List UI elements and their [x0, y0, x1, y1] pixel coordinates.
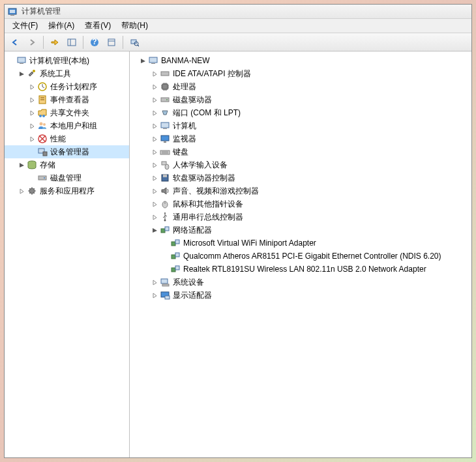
- nic-icon: [170, 238, 181, 248]
- up-button[interactable]: [47, 35, 63, 50]
- svg-rect-27: [38, 176, 46, 180]
- device-computers[interactable]: 计算机: [130, 119, 471, 132]
- tree-task-scheduler[interactable]: 任务计划程序: [5, 80, 129, 93]
- svg-point-50: [164, 212, 166, 214]
- device-label: 显示适配器: [173, 290, 212, 301]
- device-hid[interactable]: 人体学输入设备: [130, 158, 471, 171]
- device-usb[interactable]: 通用串行总线控制器: [130, 210, 471, 224]
- device-cpu[interactable]: 处理器: [130, 80, 471, 93]
- device-floppy[interactable]: 软盘驱动器控制器: [130, 171, 471, 184]
- device-ports[interactable]: 端口 (COM 和 LPT): [130, 106, 471, 119]
- svg-rect-36: [161, 123, 169, 128]
- device-network-adapter-item[interactable]: Qualcomm Atheros AR8151 PCI-E Gigabit Et…: [130, 250, 471, 263]
- device-sound[interactable]: 声音、视频和游戏控制器: [130, 184, 471, 197]
- expand-icon[interactable]: [151, 109, 158, 117]
- collapse-icon[interactable]: [18, 161, 25, 169]
- svg-rect-46: [163, 175, 167, 177]
- left-tree-pane[interactable]: 计算机管理(本地) 系统工具 任务计划程序 事件查看器: [5, 51, 130, 457]
- svg-rect-31: [151, 63, 155, 64]
- expand-icon[interactable]: [151, 122, 158, 130]
- device-label: 磁盘驱动器: [173, 94, 212, 106]
- device-system-devices[interactable]: 系统设备: [130, 276, 471, 289]
- forward-button[interactable]: [24, 35, 40, 50]
- device-mice[interactable]: 鼠标和其他指针设备: [130, 197, 471, 210]
- menu-file[interactable]: 文件(F): [7, 19, 43, 33]
- svg-point-22: [43, 123, 46, 126]
- show-hide-tree-button[interactable]: [64, 35, 80, 50]
- svg-rect-30: [149, 57, 157, 63]
- device-tree-pane[interactable]: BANMA-NEW IDE ATA/ATAPI 控制器 处理器 磁盘驱动器 端口…: [130, 51, 471, 457]
- expand-icon[interactable]: [151, 161, 158, 169]
- collapse-icon[interactable]: [151, 226, 158, 234]
- help-button[interactable]: ?: [87, 35, 102, 50]
- expand-icon[interactable]: [28, 122, 36, 130]
- svg-rect-54: [175, 240, 179, 244]
- svg-rect-62: [165, 296, 170, 299]
- toolbar: ?: [5, 33, 471, 51]
- device-ide[interactable]: IDE ATA/ATAPI 控制器: [130, 67, 471, 80]
- expand-icon[interactable]: [151, 187, 158, 195]
- hid-icon: [160, 160, 170, 170]
- menu-action[interactable]: 操作(A): [43, 19, 80, 33]
- svg-point-44: [165, 164, 169, 169]
- expand-icon[interactable]: [151, 135, 158, 143]
- computer-management-window: 计算机管理 文件(F) 操作(A) 查看(V) 帮助(H) ? 计算机管理(本地…: [4, 4, 472, 458]
- device-network-adapter-item[interactable]: Microsoft Virtual WiFi Miniport Adapter: [130, 237, 471, 250]
- scan-button[interactable]: [126, 35, 142, 50]
- tree-system-tools[interactable]: 系统工具: [5, 67, 129, 80]
- expand-icon[interactable]: [151, 200, 158, 208]
- expand-icon[interactable]: [151, 96, 158, 104]
- collapse-icon[interactable]: [18, 70, 25, 78]
- expand-icon[interactable]: [151, 148, 158, 156]
- expand-icon[interactable]: [151, 213, 158, 221]
- expand-icon[interactable]: [151, 291, 158, 299]
- device-display-adapters[interactable]: 显示适配器: [130, 289, 471, 302]
- device-manager-icon: [37, 147, 48, 157]
- tree-local-users[interactable]: 本地用户和组: [5, 119, 129, 132]
- tree-disk-management[interactable]: 磁盘管理: [5, 171, 129, 184]
- expand-icon[interactable]: [151, 70, 158, 78]
- display-adapter-icon: [160, 290, 170, 300]
- expand-icon[interactable]: [28, 109, 36, 117]
- menu-help[interactable]: 帮助(H): [116, 19, 153, 33]
- expand-icon[interactable]: [28, 83, 36, 91]
- device-root[interactable]: BANMA-NEW: [130, 54, 471, 67]
- device-monitors[interactable]: 监视器: [130, 132, 471, 145]
- tree-performance[interactable]: 性能: [5, 132, 129, 145]
- properties-button[interactable]: [104, 35, 119, 50]
- device-network-adapters[interactable]: 网络适配器: [130, 224, 471, 237]
- expand-icon[interactable]: [18, 187, 25, 195]
- expand-icon[interactable]: [151, 83, 158, 91]
- expand-icon[interactable]: [151, 174, 158, 182]
- expand-icon[interactable]: [28, 135, 36, 143]
- tree-event-viewer[interactable]: 事件查看器: [5, 93, 129, 106]
- clock-icon: [37, 81, 48, 92]
- app-icon: [7, 7, 18, 17]
- tree-services-apps[interactable]: 服务和应用程序: [5, 184, 129, 197]
- tree-device-manager[interactable]: 设备管理器: [5, 145, 129, 158]
- tree-root-computer-mgmt[interactable]: 计算机管理(本地): [5, 54, 129, 67]
- svg-text:?: ?: [92, 38, 97, 46]
- system-device-icon: [160, 277, 170, 287]
- svg-rect-7: [108, 39, 115, 46]
- svg-rect-57: [171, 268, 175, 272]
- svg-rect-53: [171, 242, 175, 246]
- device-disk-drives[interactable]: 磁盘驱动器: [130, 93, 471, 106]
- device-label: BANMA-NEW: [161, 56, 210, 65]
- back-button[interactable]: [7, 35, 23, 50]
- svg-rect-32: [161, 72, 169, 76]
- svg-line-11: [138, 45, 139, 46]
- svg-rect-12: [18, 57, 25, 63]
- menu-view[interactable]: 查看(V): [80, 19, 116, 33]
- device-network-adapter-item[interactable]: Realtek RTL8191SU Wireless LAN 802.11n U…: [130, 263, 471, 276]
- device-keyboards[interactable]: 键盘: [130, 145, 471, 158]
- tree-shared-folders[interactable]: 共享文件夹: [5, 106, 129, 119]
- svg-rect-1: [10, 10, 15, 13]
- collapse-icon[interactable]: [139, 57, 147, 65]
- svg-rect-60: [162, 284, 169, 286]
- svg-rect-34: [161, 98, 169, 102]
- expand-icon[interactable]: [151, 278, 158, 286]
- expand-icon[interactable]: [28, 96, 36, 104]
- tree-storage[interactable]: 存储: [5, 158, 129, 171]
- tree-label: 共享文件夹: [50, 108, 89, 119]
